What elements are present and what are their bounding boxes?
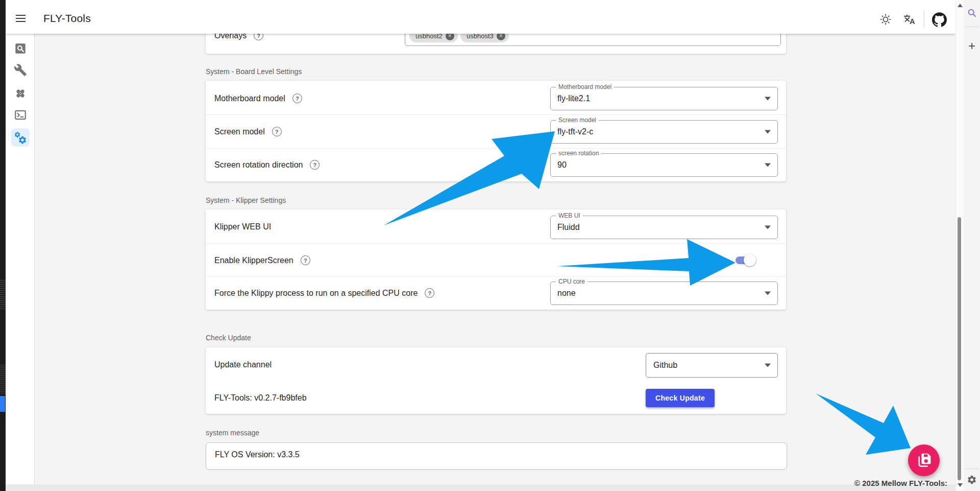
wrench-icon <box>14 63 27 77</box>
scrollbar-up-arrow-icon[interactable] <box>958 4 963 7</box>
cpu-core-row-label: Force the Klippy process to run on a spe… <box>214 288 434 298</box>
help-icon[interactable]: ? <box>310 160 320 170</box>
field-label: WEB UI <box>556 213 583 219</box>
row-label-text: Enable KlipperScreen <box>214 256 293 265</box>
github-icon[interactable] <box>931 11 947 28</box>
field-label: CPU core <box>556 278 587 285</box>
field-value: Github <box>653 361 677 370</box>
row-divider <box>206 243 786 244</box>
row-divider <box>206 276 786 277</box>
field-label: screen rotation <box>556 150 601 157</box>
help-icon[interactable]: ? <box>301 255 310 265</box>
translate-icon[interactable]: A <box>901 11 918 28</box>
rail-divider <box>965 469 979 469</box>
rail-divider <box>965 27 979 27</box>
svg-text:A: A <box>909 17 915 25</box>
field-value: none <box>557 289 576 298</box>
field-value: 90 <box>557 160 567 170</box>
appbar-divider <box>924 11 924 27</box>
dropdown-caret-icon <box>765 97 771 101</box>
row-divider <box>206 148 786 149</box>
save-fab-button[interactable] <box>908 445 940 476</box>
dropdown-caret-icon <box>765 364 771 367</box>
screen-model-row-label: Screen model ? <box>214 127 282 136</box>
dock-item-thumbnail <box>0 365 6 394</box>
row-label-text: Force the Klippy process to run on a spe… <box>214 289 418 298</box>
row-label-text: Motherboard model <box>214 94 285 103</box>
section-title-board: System - Board Level Settings <box>206 67 302 76</box>
field-value: fly-tft-v2-c <box>557 127 593 136</box>
terminal-icon <box>14 108 27 122</box>
dropdown-caret-icon <box>765 226 771 229</box>
scrollbar-down-arrow-icon[interactable] <box>958 483 963 487</box>
section-title-klipper: System - Klipper Settings <box>206 196 286 204</box>
search-icon[interactable] <box>966 7 978 19</box>
dock-active-item[interactable] <box>0 396 5 412</box>
dropdown-caret-icon <box>765 130 771 134</box>
field-value: fly-lite2.1 <box>557 94 590 103</box>
new-tab-icon[interactable]: + <box>966 39 978 53</box>
sidebar-item-file-search[interactable] <box>11 39 30 58</box>
klipperscreen-switch-thumb[interactable] <box>744 254 756 266</box>
field-label: Motherboard model <box>556 84 614 90</box>
check-update-button[interactable]: Check Update <box>646 389 715 407</box>
system-message-text: FLY OS Version: v3.3.5 <box>215 450 300 459</box>
motherboard-model-select[interactable]: Motherboard model fly-lite2.1 <box>550 87 778 110</box>
row-divider <box>206 114 786 115</box>
help-icon[interactable]: ? <box>272 127 282 136</box>
app-bar <box>6 0 955 34</box>
web-ui-select[interactable]: WEB UI Fluidd <box>550 216 778 239</box>
dropdown-caret-icon <box>765 163 771 167</box>
screen-model-select[interactable]: Screen model fly-tft-v2-c <box>550 120 778 144</box>
field-label: Screen model <box>556 117 599 124</box>
row-label-text: Klipper WEB UI <box>214 222 271 231</box>
row-label-text: Update channel <box>214 360 272 369</box>
dropdown-caret-icon <box>765 292 771 295</box>
settings-gear-icon[interactable] <box>966 474 978 486</box>
update-channel-label: Update channel <box>214 360 272 369</box>
row-label-text: Screen rotation direction <box>214 160 303 170</box>
motherboard-row-label: Motherboard model ? <box>214 93 302 103</box>
help-icon[interactable]: ? <box>425 288 434 298</box>
row-label-text: Screen model <box>214 127 265 136</box>
section-title-update: Check Update <box>206 334 251 342</box>
klipperscreen-row-label: Enable KlipperScreen ? <box>214 255 310 265</box>
brightness-icon[interactable] <box>877 11 894 28</box>
update-channel-select[interactable]: Github <box>646 353 778 378</box>
sidebar-item-patch[interactable] <box>11 84 30 103</box>
sidebar-item-terminal[interactable] <box>11 106 30 124</box>
left-dock-strip <box>0 0 6 491</box>
sidebar-item-settings[interactable] <box>11 128 30 147</box>
section-title-message: system message <box>206 429 259 437</box>
hamburger-menu-icon[interactable] <box>16 15 26 22</box>
version-text: FLY-Tools: v0.2.7-fb9bfeb <box>214 393 307 403</box>
save-all-icon <box>916 452 932 469</box>
settings-gears-icon <box>13 130 28 145</box>
app-title: FLY-Tools <box>43 12 91 25</box>
help-icon[interactable]: ? <box>292 93 302 103</box>
footer-copyright: © 2025 Mellow FLY-Tools: <box>766 479 947 487</box>
browser-side-rail <box>964 0 980 491</box>
screen-rotation-select[interactable]: screen rotation 90 <box>550 153 778 177</box>
field-value: Fluidd <box>557 223 580 232</box>
dock-item-thumbnail <box>0 280 6 309</box>
file-search-icon <box>14 42 27 55</box>
scrollbar-thumb[interactable] <box>958 217 961 480</box>
sidebar-item-tools[interactable] <box>11 61 30 79</box>
web-ui-row-label: Klipper WEB UI <box>214 222 271 231</box>
cpu-core-select[interactable]: CPU core none <box>550 282 778 305</box>
fly-tools-version: FLY-Tools: v0.2.7-fb9bfeb <box>214 393 307 403</box>
bandage-icon <box>14 87 27 100</box>
screen-rotation-row-label: Screen rotation direction ? <box>214 160 320 170</box>
